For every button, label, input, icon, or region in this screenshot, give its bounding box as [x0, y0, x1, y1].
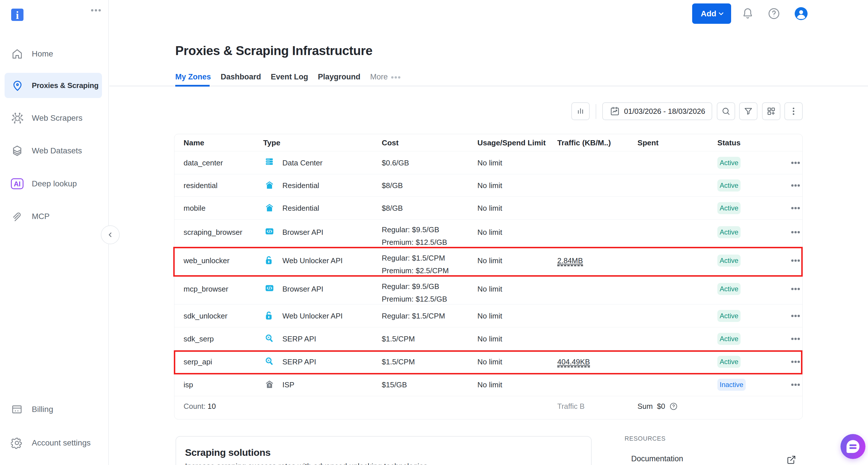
svg-text:S: S	[268, 384, 270, 387]
